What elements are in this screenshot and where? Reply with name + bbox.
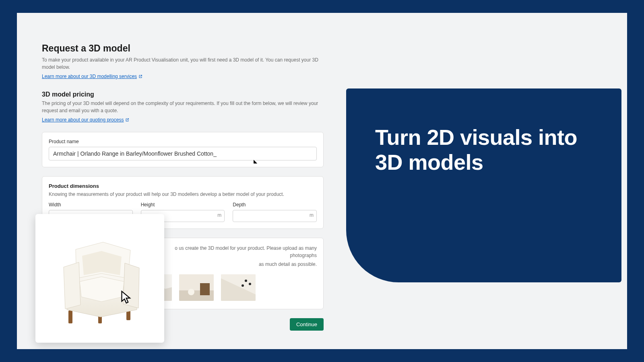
product-name-card: Product name — [42, 132, 324, 167]
width-label: Width — [49, 202, 133, 208]
product-name-label: Product name — [49, 139, 317, 144]
page-intro: To make your product available in your A… — [42, 56, 324, 71]
app-canvas: Request a 3D model To make your product … — [17, 13, 627, 349]
continue-button[interactable]: Continue — [290, 318, 324, 331]
photo-thumb[interactable] — [179, 274, 214, 301]
svg-point-8 — [242, 284, 244, 287]
height-label: Height — [141, 202, 225, 208]
svg-point-7 — [249, 283, 251, 285]
unit-label: m — [310, 212, 314, 218]
pricing-text: The pricing of your 3D model will depend… — [42, 100, 324, 114]
dimensions-sub: Knowing the measurements of your product… — [49, 191, 317, 198]
svg-rect-3 — [200, 283, 210, 295]
depth-col: Depth m — [233, 202, 317, 222]
product-preview-popover — [35, 214, 164, 343]
depth-label: Depth — [233, 202, 317, 208]
photo-thumb[interactable] — [221, 274, 256, 301]
external-link-icon — [125, 118, 129, 122]
svg-rect-9 — [68, 311, 72, 323]
product-name-input[interactable] — [49, 147, 317, 160]
dimensions-heading: Product dimensions — [49, 183, 317, 189]
page-title: Request a 3D model — [42, 43, 324, 54]
svg-point-6 — [245, 280, 247, 282]
unit-label: m — [217, 212, 221, 218]
pricing-heading: 3D model pricing — [42, 91, 324, 98]
armchair-illustration — [47, 230, 152, 327]
external-link-icon — [138, 74, 142, 78]
svg-point-4 — [188, 289, 194, 295]
promo-title: Turn 2D visuals into 3D models — [375, 125, 605, 175]
link-label: Learn more about our quoting process — [42, 117, 124, 123]
depth-input[interactable] — [233, 210, 317, 222]
slide-frame: Request a 3D model To make your product … — [0, 0, 644, 362]
learn-quoting-link[interactable]: Learn more about our quoting process — [42, 117, 129, 123]
promo-panel: Turn 2D visuals into 3D models — [346, 88, 621, 282]
learn-modelling-link[interactable]: Learn more about our 3D modelling servic… — [42, 74, 142, 79]
link-label: Learn more about our 3D modelling servic… — [42, 74, 137, 79]
